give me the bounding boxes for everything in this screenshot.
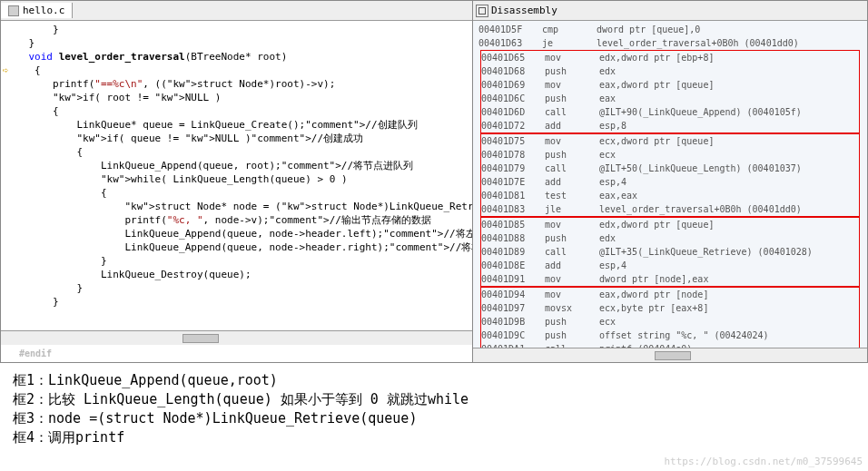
dis-group: 00401D5Fcmpdword ptr [queue],000401D63je… [478, 23, 862, 50]
code-line: { [5, 186, 469, 200]
ide-panes: hello.c } } void level_order_traversal(B… [0, 0, 868, 363]
code-line: LinkQueue_Append(queue, node->header.lef… [5, 227, 469, 240]
code-line: { [5, 104, 469, 118]
dis-box: 00401D94moveax,dword ptr [node]00401D97m… [480, 287, 860, 348]
code-line: "kw">if( queue != "kw">NULL )"comment">/… [5, 132, 469, 145]
code-line: LinkQueue_Destroy(queue); [5, 268, 469, 281]
code-line: } [5, 36, 469, 50]
disassembly-icon [476, 5, 488, 17]
source-tab-label: hello.c [23, 5, 64, 16]
annotation-line: 框1：LinkQueue_Append(queue,root) [13, 372, 855, 389]
dis-box: 00401D75movecx,dword ptr [queue]00401D78… [480, 133, 860, 217]
annotation-list: 框1：LinkQueue_Append(queue,root)框2：比较 Lin… [0, 363, 868, 456]
dis-row: 00401D85movedx,dword ptr [queue] [481, 218, 859, 231]
dis-row: 00401D5Fcmpdword ptr [queue],0 [478, 23, 862, 36]
code-line: LinkQueue_Append(queue, node->header.rig… [5, 240, 469, 254]
code-editor[interactable]: } } void level_order_traversal(BTreeNode… [1, 21, 472, 330]
dis-row: 00401D83jlelevel_order_traversal+0B0h (0… [481, 202, 859, 216]
watermark: https://blog.csdn.net/m0_37599645 [664, 456, 863, 467]
dis-row: 00401D6Dcall@ILT+90(_LinkQueue_Append) (… [481, 105, 859, 119]
dis-box: 00401D65movedx,dword ptr [ebp+8]00401D68… [480, 50, 860, 133]
dis-row: 00401D97movsxecx,byte ptr [eax+8] [481, 301, 859, 315]
dis-row: 00401D91movdword ptr [node],eax [481, 272, 859, 286]
dis-row: 00401D6Cpusheax [481, 92, 859, 105]
arrow-icon: ➪ [3, 64, 9, 77]
annotation-line: 框3：node =(struct Node*)LinkQueue_Retriev… [13, 410, 855, 427]
code-line: LinkQueue_Append(queue, root);"comment">… [5, 159, 469, 172]
disassembly-titlebar: Disassembly [473, 1, 867, 21]
code-line: printf("%c, ", node->v);"comment">//输出节点… [5, 213, 469, 227]
code-line: printf("==%c\n", (("kw">struct Node*)roo… [5, 77, 469, 91]
disassembly-listing[interactable]: 00401D5Fcmpdword ptr [queue],000401D63je… [473, 21, 867, 348]
bottom-preview-line: #endif [1, 345, 472, 362]
annotation-line: 框2：比较 LinkQueue_Length(queue) 如果小于等到 0 就… [13, 391, 855, 408]
disassembly-title: Disassembly [491, 5, 557, 16]
code-line: } [5, 23, 469, 36]
source-tab-hello[interactable]: hello.c [1, 3, 73, 18]
code-line: ➪ { [5, 64, 469, 77]
code-line: { [5, 145, 469, 159]
dis-box: 00401D85movedx,dword ptr [queue]00401D88… [480, 217, 860, 287]
dis-row: 00401D7Eaddesp,4 [481, 175, 859, 189]
dis-row: 00401DA1callprintf (004044e0) [481, 342, 859, 348]
dis-row: 00401D9Cpushoffset string "%c, " (004240… [481, 329, 859, 342]
scrollbar-horizontal-right[interactable] [473, 348, 867, 362]
code-line: "kw">struct Node* node = ("kw">struct No… [5, 200, 469, 213]
file-icon [8, 5, 19, 16]
source-pane: hello.c } } void level_order_traversal(B… [1, 1, 473, 362]
dis-row: 00401D89call@ILT+35(_LinkQueue_Retrieve)… [481, 245, 859, 259]
dis-row: 00401D8Eaddesp,4 [481, 259, 859, 272]
dis-row: 00401D68pushedx [481, 64, 859, 78]
dis-row: 00401D94moveax,dword ptr [node] [481, 288, 859, 301]
dis-row: 00401D69moveax,dword ptr [queue] [481, 78, 859, 92]
dis-row: 00401D72addesp,8 [481, 119, 859, 132]
dis-row: 00401D81testeax,eax [481, 189, 859, 202]
dis-row: 00401D75movecx,dword ptr [queue] [481, 134, 859, 148]
code-line: "kw">while( LinkQueue_Length(queue) > 0 … [5, 172, 469, 186]
source-tab-bar: hello.c [1, 1, 472, 21]
dis-row: 00401D63jelevel_order_traversal+0B0h (00… [478, 36, 862, 50]
disassembly-pane: Disassembly 00401D5Fcmpdword ptr [queue]… [473, 1, 867, 362]
dis-row: 00401D9Bpushecx [481, 315, 859, 329]
scrollbar-thumb-right[interactable] [655, 351, 691, 360]
annotation-line: 框4：调用printf [13, 429, 855, 446]
code-line: "kw">if( root != "kw">NULL ) [5, 91, 469, 104]
code-line: } [5, 295, 469, 309]
scrollbar-horizontal[interactable] [1, 330, 472, 345]
code-line: void level_order_traversal(BTreeNode* ro… [5, 50, 469, 64]
code-line: LinkQueue* queue = LinkQueue_Create();"c… [5, 118, 469, 132]
dis-row: 00401D88pushedx [481, 231, 859, 245]
code-line: } [5, 281, 469, 295]
scrollbar-thumb[interactable] [182, 334, 219, 343]
code-line: } [5, 254, 469, 268]
dis-row: 00401D65movedx,dword ptr [ebp+8] [481, 51, 859, 64]
dis-row: 00401D79call@ILT+50(_LinkQueue_Length) (… [481, 162, 859, 175]
dis-row: 00401D78pushecx [481, 148, 859, 162]
